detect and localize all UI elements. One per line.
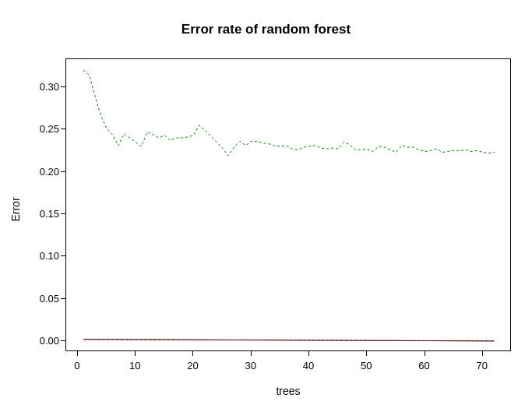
x-tick-mark (77, 351, 78, 356)
y-tick-label: 0.25 (28, 123, 59, 135)
x-tick-label: 40 (303, 360, 314, 371)
y-tick-label: 0.30 (28, 80, 59, 92)
x-tick-label: 10 (129, 360, 140, 371)
y-tick-label: 0.15 (28, 207, 59, 219)
x-tick-label: 70 (477, 360, 488, 371)
y-tick-mark (61, 340, 65, 341)
chart-title: Error rate of random forest (0, 22, 532, 37)
series-class-error-green (83, 70, 494, 156)
x-tick-mark (251, 351, 252, 356)
x-tick-mark (308, 351, 309, 356)
chart-stage: Error rate of random forest Error trees … (0, 0, 532, 419)
y-tick-label: 0.05 (28, 292, 59, 304)
x-tick-label: 50 (361, 360, 372, 371)
x-tick-label: 30 (245, 360, 255, 371)
y-axis-label: Error (9, 197, 22, 221)
x-tick-mark (482, 351, 483, 356)
plot-area (65, 58, 511, 351)
x-axis-label: trees (65, 385, 511, 397)
y-tick-label: 0.20 (28, 165, 59, 177)
x-tick-mark (366, 351, 367, 356)
y-tick-label: 0.00 (28, 334, 59, 346)
y-tick-mark (61, 213, 65, 214)
y-axis-label-wrap: Error (6, 0, 25, 419)
y-tick-mark (61, 298, 65, 299)
x-tick-label: 0 (74, 360, 79, 371)
x-tick-label: 20 (187, 360, 198, 371)
y-tick-mark (61, 171, 65, 172)
y-tick-mark (61, 255, 65, 256)
x-tick-label: 60 (418, 360, 429, 371)
y-tick-mark (61, 129, 65, 129)
series-svg (66, 59, 510, 350)
y-tick-label: 0.10 (28, 250, 59, 262)
x-tick-mark (425, 351, 425, 356)
x-tick-mark (135, 351, 136, 356)
x-tick-mark (192, 351, 193, 356)
y-tick-mark (61, 86, 65, 87)
